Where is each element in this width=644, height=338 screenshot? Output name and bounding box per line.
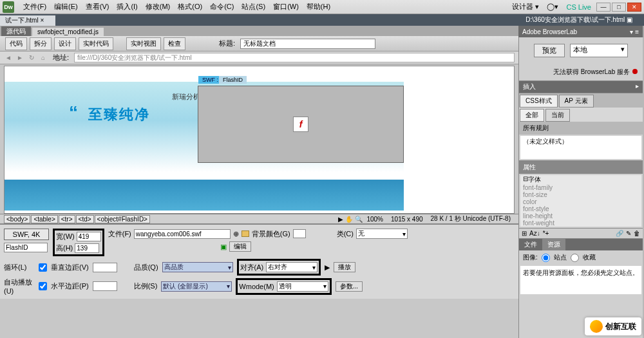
file-input[interactable] [134, 229, 231, 239]
file-label: 文件(F) [108, 229, 131, 239]
scale-select[interactable]: 默认 (全部显示)▾ [161, 281, 232, 292]
designer-dropdown[interactable]: 设计器 ▾ [508, 2, 543, 12]
wmode-label: Wmode(M) [239, 283, 274, 290]
design-view-button[interactable]: 设计 [54, 37, 76, 50]
minimize-button[interactable]: — [596, 3, 611, 12]
close-button[interactable]: ✕ [627, 3, 641, 12]
loop-checkbox[interactable] [39, 263, 47, 272]
home-icon[interactable]: ⌂ [39, 53, 48, 62]
align-group: 对齐(A) 右对齐▾ [237, 259, 321, 276]
menu-commands[interactable]: 命令(C) [206, 2, 238, 12]
right-panel: 预览 本地▾ 无法获得 BrowserLab 服务 插入▸ CSS样式 AP 元… [518, 37, 643, 338]
back-icon[interactable]: ◄ [4, 53, 13, 62]
crumb-object[interactable]: <object#FlashID> [95, 215, 150, 223]
link-icon[interactable]: ⊕ [233, 230, 239, 238]
attach-css-icon[interactable]: 🔗 [616, 230, 623, 237]
file-tab[interactable]: 试一下.html × [0, 15, 55, 26]
params-button[interactable]: 参数... [336, 281, 363, 292]
menu-file[interactable]: 文件(F) [19, 2, 50, 12]
zoom-value[interactable]: 100% [363, 216, 387, 223]
css-styles-tab[interactable]: CSS样式 [520, 95, 558, 108]
files-tab[interactable]: 文件 [519, 239, 542, 250]
fav-radio[interactable] [571, 254, 579, 262]
crumb-body[interactable]: <body> [4, 215, 30, 223]
add-prop-icon[interactable]: ⊞ [522, 230, 527, 237]
align-select[interactable]: 右对齐▾ [266, 262, 317, 272]
site-radio[interactable] [542, 254, 550, 262]
quote-mark: “ [69, 102, 78, 123]
height-label: 高(H) [56, 243, 73, 253]
list-icon[interactable]: Az↓ [529, 230, 540, 237]
crumb-tr[interactable]: <tr> [59, 215, 75, 223]
title-label: 标题: [216, 39, 238, 48]
menu-help[interactable]: 帮助(H) [303, 2, 334, 12]
inspect-button[interactable]: 检查 [164, 37, 185, 50]
breadcrumb: <body> <table> <tr> <td> <object#FlashID… [0, 214, 518, 224]
vmargin-label: 垂直边距(V) [51, 263, 89, 272]
css-properties[interactable]: ⊟ 字体 font-family font-size color font-st… [520, 175, 641, 227]
edit-button[interactable]: 编辑 [229, 241, 251, 252]
wmode-select[interactable]: 透明▾ [277, 281, 328, 292]
menu-view[interactable]: 查看(V) [82, 2, 113, 12]
source-tab[interactable]: 源代码 [1, 26, 31, 37]
loop-label: 循环(L) [4, 263, 35, 272]
cslive-button[interactable]: CS Live [562, 3, 595, 11]
code-view-button[interactable]: 代码 [5, 37, 27, 50]
swf-info: SWF, 4K [4, 229, 49, 240]
split-view-button[interactable]: 拆分 [30, 37, 52, 50]
width-label: 宽(W) [56, 232, 75, 241]
menu-format[interactable]: 格式(O) [174, 2, 206, 12]
hand-icon[interactable]: ✋ [343, 216, 355, 223]
search-dropdown[interactable]: ◯▾ [543, 3, 562, 11]
forward-icon[interactable]: ► [15, 53, 24, 62]
edit-flash-icon[interactable]: ▣ [220, 243, 227, 251]
width-input[interactable] [77, 232, 101, 241]
local-select[interactable]: 本地▾ [570, 44, 628, 57]
live-code-button[interactable]: 实时代码 [79, 37, 113, 50]
all-rules-tab[interactable]: 全部 [520, 109, 544, 122]
preview-button[interactable]: 预览 [534, 44, 565, 57]
flash-id-input[interactable] [4, 243, 48, 252]
live-view-button[interactable]: 实时视图 [126, 37, 161, 50]
new-rule-icon[interactable]: ✎ [626, 230, 631, 237]
menu-edit[interactable]: 编辑(E) [50, 2, 82, 12]
zoom-icon[interactable]: 🔍 [355, 216, 363, 223]
flash-object[interactable]: SWF : FlashID f [198, 86, 404, 163]
js-tab[interactable]: swfobject_modified.js [32, 28, 104, 36]
size-group: 宽(W) 高(H) [53, 229, 104, 256]
menu-modify[interactable]: 修改(M) [142, 2, 175, 12]
browse-icon[interactable] [242, 230, 249, 237]
insert-panel-head[interactable]: 插入▸ [519, 81, 643, 93]
class-select[interactable]: 无▾ [356, 229, 408, 239]
bgcolor-swatch[interactable] [293, 229, 306, 238]
assets-tab[interactable]: 资源 [542, 239, 565, 250]
play-button[interactable]: 播放 [334, 262, 355, 272]
refresh-icon[interactable]: ↻ [27, 53, 36, 62]
menu-insert[interactable]: 插入(I) [113, 2, 141, 12]
vmargin-input[interactable] [93, 263, 117, 272]
title-input[interactable] [240, 39, 375, 49]
app-logo: Dw [3, 1, 14, 13]
assets-message: 若要使用资源面板，您必须先定义站点。 [520, 266, 641, 294]
height-input[interactable] [75, 243, 99, 253]
play-icon[interactable]: ▶ [325, 263, 330, 272]
trash-icon[interactable]: 🗑 [634, 230, 640, 237]
crumb-table[interactable]: <table> [31, 215, 57, 223]
rules-list[interactable]: （未定义样式） [520, 136, 641, 159]
ap-elements-tab[interactable]: AP 元素 [559, 95, 594, 108]
quality-select[interactable]: 高品质▾ [162, 262, 233, 272]
maximize-button[interactable]: □ [612, 3, 626, 12]
autoplay-checkbox[interactable] [39, 282, 47, 290]
align-label: 对齐(A) [240, 263, 264, 272]
design-canvas[interactable]: “ 至臻纯净 新瑞分机 SWF : FlashID f [4, 66, 515, 214]
cascade-icon[interactable]: *+ [543, 230, 549, 237]
menu-window[interactable]: 窗口(W) [269, 2, 303, 12]
address-input[interactable] [74, 53, 515, 62]
pointer-icon[interactable]: ▶ [338, 216, 343, 223]
slogan-text: 至臻纯净 [88, 105, 150, 124]
menu-site[interactable]: 站点(S) [238, 2, 269, 12]
current-rules-tab[interactable]: 当前 [545, 109, 570, 122]
hmargin-input[interactable] [93, 281, 117, 291]
crumb-td[interactable]: <td> [76, 215, 94, 223]
file-path: D:\360安全浏览器下载\试一下.html ▣ [526, 15, 644, 24]
